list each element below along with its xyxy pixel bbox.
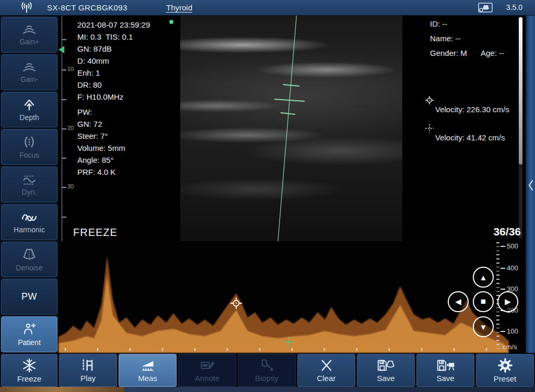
patient-icon — [21, 322, 37, 337]
depth-label: 10 — [67, 66, 74, 72]
save-image-icon — [375, 358, 397, 373]
scale-label: 100 — [501, 327, 518, 335]
velocity-value: Velocity: 226.30 cm/s — [435, 105, 509, 114]
toolbar-button-label: Freeze — [17, 374, 42, 383]
sidebar-button-label: Harmonic — [14, 225, 45, 234]
param-line: GN: 87dB — [77, 43, 150, 55]
param-line: Steer: 7° — [77, 130, 150, 142]
param-line: GN: 72 — [77, 118, 150, 130]
patient-button[interactable]: Patient — [1, 316, 57, 352]
toolbar-button-label: Annote — [195, 374, 220, 383]
bmode-display-area: 10 20 30 2021-08-07 23:59:29 MI: 0.3 TIS… — [59, 16, 526, 241]
patient-age: Age: -- — [481, 49, 504, 57]
software-version: 3.5.0 — [506, 3, 522, 11]
dynamic-range-button[interactable]: Dyn. — [1, 167, 57, 203]
patient-name: Name: -- — [430, 34, 460, 43]
scrollbar-thumb[interactable] — [519, 17, 522, 164]
gear-icon — [497, 358, 513, 373]
scale-label: 400 — [501, 264, 518, 272]
ultrasound-image[interactable] — [180, 16, 402, 241]
focus-icon — [22, 135, 37, 149]
harmonic-button[interactable]: Harmonic — [1, 204, 57, 240]
depth-ruler-tick — [62, 128, 66, 129]
clear-button[interactable]: Clear — [297, 354, 355, 387]
preset-button[interactable]: Preset — [476, 354, 534, 387]
patient-id: ID: -- — [430, 19, 447, 28]
param-line: F: H10.0MHz — [77, 91, 150, 103]
right-triangle-icon: ▶ — [505, 297, 511, 306]
toolbar-button-label: Biopsy — [255, 374, 278, 383]
dpad-down-button[interactable]: ▼ — [473, 316, 494, 337]
chevron-left-icon — [527, 179, 534, 192]
denoise-button[interactable]: Denoise — [1, 242, 57, 278]
depth-ruler-tick — [62, 158, 66, 159]
top-status-bar: SX-8CT GRCBGK093 Thyroid 3.5.0 — [0, 0, 535, 16]
param-line: PRF: 4.0 K — [77, 166, 150, 178]
video-frame-edge — [0, 387, 124, 392]
toolbar-button-label: Save — [377, 374, 394, 383]
left-triangle-icon: ◀ — [455, 297, 461, 306]
freeze-button[interactable]: Freeze — [1, 354, 57, 387]
scale-value: 400 — [507, 264, 518, 272]
device-name: SX-8CT GRCBGK093 — [47, 3, 127, 12]
sidebar-button-label: Dyn. — [22, 188, 37, 196]
exam-preset-selector[interactable]: Thyroid — [166, 3, 192, 12]
toolbar-button-label: Save — [436, 374, 454, 383]
circle-cross-caliper-icon — [425, 96, 434, 105]
down-triangle-icon: ▼ — [480, 323, 487, 331]
gain-plus-button[interactable]: Gain+ — [1, 17, 57, 53]
major-tick — [501, 268, 505, 269]
depth-ruler-tick — [62, 99, 66, 100]
denoise-icon — [21, 247, 38, 262]
dpad-up-button[interactable]: ▲ — [473, 267, 494, 288]
bottom-toolbar: Freeze Play Meas Annote — [0, 354, 535, 387]
save-image-button[interactable]: Save — [357, 354, 415, 387]
measurement-cursor-baseline[interactable] — [283, 336, 295, 348]
side-panel-toggle[interactable] — [526, 16, 535, 353]
measurement-cursor-peak[interactable] — [229, 296, 243, 310]
measure-button[interactable]: Meas — [119, 354, 177, 387]
focus-button[interactable]: Focus — [1, 129, 57, 165]
depth-ruler-tick — [62, 39, 66, 40]
imaging-parameters: 2021-08-07 23:59:29 MI: 0.3 TIS: 0.1 GN:… — [77, 19, 150, 178]
param-mi-tis: MI: 0.3 TIS: 0.1 — [77, 31, 150, 43]
depth-button[interactable]: Depth — [1, 92, 57, 128]
gain-plus-icon — [20, 23, 38, 36]
save-video-button[interactable]: Save — [416, 354, 474, 387]
harmonic-icon — [19, 210, 39, 224]
dpad-right-button[interactable]: ▶ — [497, 291, 518, 312]
play-button[interactable]: Play — [59, 354, 117, 387]
wireless-signal-icon — [20, 2, 33, 16]
depth-ruler-tick — [62, 217, 66, 218]
freeze-status: FREEZE — [73, 227, 118, 239]
depth-ruler-tick — [62, 69, 66, 70]
major-tick — [501, 289, 505, 290]
dpad-left-button[interactable]: ◀ — [448, 291, 469, 312]
up-triangle-icon: ▲ — [480, 273, 487, 282]
param-datetime: 2021-08-07 23:59:29 — [77, 19, 150, 31]
param-pw-header: PW: — [77, 106, 150, 118]
measure-icon — [139, 358, 157, 373]
dashed-cross-caliper-icon — [425, 124, 434, 133]
focus-position-marker[interactable] — [59, 46, 64, 53]
pw-gate-line-overlay — [180, 16, 402, 241]
save-video-icon — [435, 358, 457, 373]
stop-square-icon: ■ — [481, 296, 486, 307]
dynamic-range-icon — [20, 173, 38, 186]
param-line: Angle: 85° — [77, 154, 150, 166]
sidebar-button-label: Gain+ — [19, 38, 39, 46]
major-tick — [501, 246, 505, 247]
toolbar-button-label: Meas — [138, 374, 157, 383]
pw-mode-button[interactable]: PW — [1, 279, 57, 315]
sidebar-button-label: Patient — [18, 338, 41, 347]
toolbar-button-label: Play — [80, 374, 96, 383]
param-line: Volume: 5mm — [77, 142, 150, 154]
dpad-stop-button[interactable]: ■ — [473, 291, 494, 312]
toolbar-button-label: Preset — [494, 374, 516, 383]
probe-orientation-marker — [169, 20, 173, 24]
depth-ruler-tick — [62, 187, 66, 188]
biopsy-button: Biopsy — [238, 354, 296, 387]
timeline-ticks — [65, 348, 506, 351]
gain-minus-button[interactable]: Gain- — [1, 54, 57, 90]
depth-label: 20 — [67, 125, 74, 131]
